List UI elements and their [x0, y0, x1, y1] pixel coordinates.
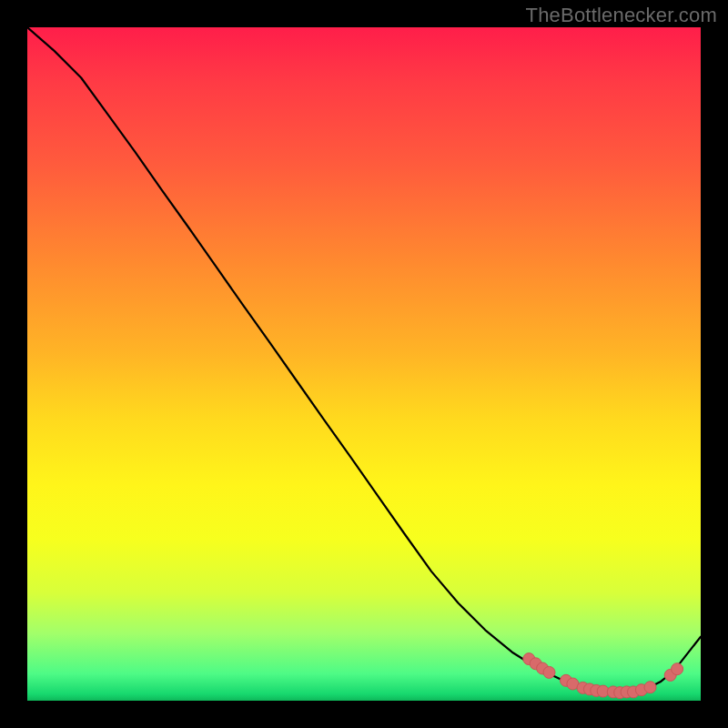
chart-frame: TheBottlenecker.com: [0, 0, 728, 728]
data-point-layer: [27, 27, 701, 701]
watermark-text: TheBottlenecker.com: [526, 4, 717, 27]
data-point: [672, 663, 683, 675]
data-point: [543, 666, 555, 678]
data-point: [644, 682, 656, 693]
plot-area: [27, 27, 701, 701]
